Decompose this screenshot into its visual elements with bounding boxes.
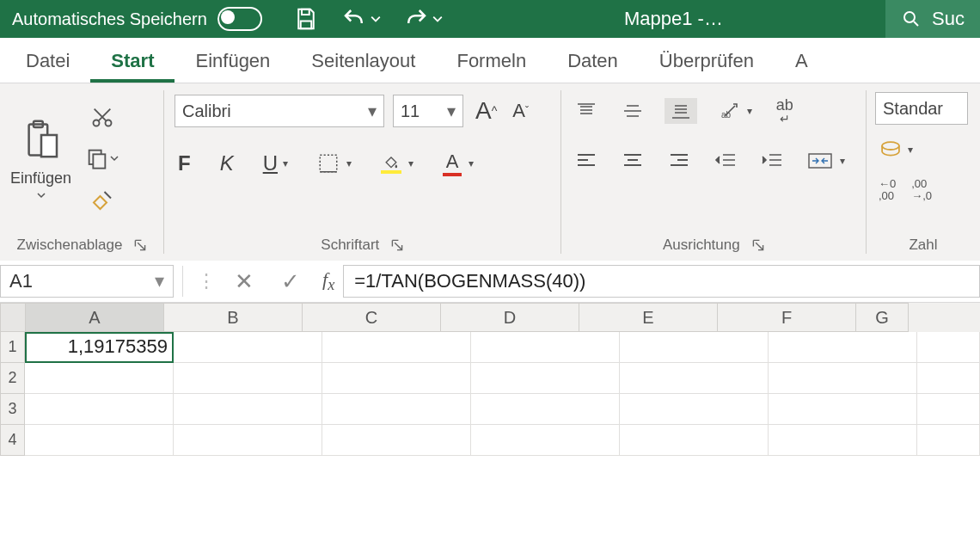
tab-formeln[interactable]: Formeln bbox=[436, 41, 547, 83]
tab-start[interactable]: Start bbox=[90, 41, 175, 83]
cell-A4[interactable] bbox=[25, 425, 174, 456]
spreadsheet-grid[interactable]: A B C D E F G 1 1,19175359 2 3 4 bbox=[0, 303, 980, 456]
cell-C4[interactable] bbox=[322, 425, 471, 456]
shrink-font-button[interactable]: Aˇ bbox=[509, 96, 532, 126]
orientation-icon: ab bbox=[718, 101, 742, 121]
cell-F2[interactable] bbox=[769, 363, 917, 394]
search-icon bbox=[901, 9, 922, 29]
autosave-toggle[interactable]: Automatisches Speichern bbox=[0, 7, 274, 31]
copy-button[interactable] bbox=[82, 143, 123, 174]
cell-B1[interactable] bbox=[174, 332, 322, 363]
font-color-button[interactable]: A ▾ bbox=[439, 147, 477, 180]
cell-A1[interactable]: 1,19175359 bbox=[25, 332, 174, 363]
select-all-corner[interactable] bbox=[0, 303, 26, 332]
cell-A3[interactable] bbox=[25, 394, 174, 425]
cell-D4[interactable] bbox=[471, 425, 620, 456]
cell-G2[interactable] bbox=[917, 363, 980, 394]
merge-center-button[interactable]: ▾ bbox=[804, 147, 848, 175]
redo-button[interactable] bbox=[400, 3, 446, 35]
cell-A2[interactable] bbox=[25, 363, 174, 394]
tab-einfuegen[interactable]: Einfügen bbox=[175, 41, 291, 83]
cell-G4[interactable] bbox=[917, 425, 980, 456]
tab-datei[interactable]: Datei bbox=[5, 41, 90, 83]
cell-B4[interactable] bbox=[174, 425, 322, 456]
accounting-format-button[interactable]: ▾ bbox=[875, 137, 916, 163]
col-header-D[interactable]: D bbox=[441, 303, 579, 332]
col-header-G[interactable]: G bbox=[856, 303, 909, 332]
save-icon[interactable] bbox=[290, 3, 322, 35]
toggle-switch-icon[interactable] bbox=[217, 7, 262, 31]
bold-button[interactable]: F bbox=[175, 148, 194, 179]
undo-button[interactable] bbox=[338, 3, 384, 35]
chevron-down-icon: ▾ bbox=[155, 270, 164, 292]
increase-indent-button[interactable] bbox=[757, 148, 787, 174]
align-right-button[interactable] bbox=[665, 149, 694, 173]
paste-button[interactable]: Einfügen bbox=[7, 114, 75, 205]
borders-icon bbox=[317, 152, 340, 175]
name-box[interactable]: A1 ▾ bbox=[0, 265, 174, 298]
col-header-F[interactable]: F bbox=[718, 303, 856, 332]
accept-formula-button[interactable]: ✓ bbox=[267, 268, 314, 295]
cell-F3[interactable] bbox=[769, 394, 917, 425]
cell-E2[interactable] bbox=[620, 363, 769, 394]
group-clipboard: Einfügen Zwischenablage bbox=[0, 83, 163, 261]
fill-color-button[interactable]: ▾ bbox=[377, 150, 417, 177]
align-left-button[interactable] bbox=[572, 149, 601, 173]
row-header-1[interactable]: 1 bbox=[0, 332, 25, 363]
row-header-3[interactable]: 3 bbox=[0, 394, 25, 425]
col-header-B[interactable]: B bbox=[164, 303, 303, 332]
underline-button[interactable]: U ▾ bbox=[260, 148, 291, 179]
tab-seitenlayout[interactable]: Seitenlayout bbox=[291, 41, 436, 83]
chevron-down-icon: ▾ bbox=[840, 155, 845, 167]
wrap-text-button[interactable]: ab↵ bbox=[773, 94, 797, 128]
align-bottom-button[interactable] bbox=[665, 98, 697, 124]
orientation-button[interactable]: ab ▾ bbox=[714, 97, 756, 125]
search-box[interactable]: Suc bbox=[885, 0, 980, 38]
row-header-4[interactable]: 4 bbox=[0, 425, 25, 456]
dialog-launcher-icon[interactable] bbox=[391, 239, 403, 251]
cell-D1[interactable] bbox=[471, 332, 620, 363]
row-header-2[interactable]: 2 bbox=[0, 363, 25, 394]
cell-C1[interactable] bbox=[322, 332, 471, 363]
font-family-combo[interactable]: Calibri ▾ bbox=[175, 95, 384, 127]
cell-F1[interactable] bbox=[769, 332, 917, 363]
tab-daten[interactable]: Daten bbox=[547, 41, 639, 83]
cell-G3[interactable] bbox=[917, 394, 980, 425]
cell-F4[interactable] bbox=[769, 425, 917, 456]
cell-D2[interactable] bbox=[471, 363, 620, 394]
cell-G1[interactable] bbox=[917, 332, 980, 363]
italic-button[interactable]: K bbox=[217, 148, 237, 179]
tab-more[interactable]: A bbox=[775, 41, 829, 83]
fx-icon[interactable]: fx bbox=[314, 268, 343, 294]
cancel-formula-button[interactable]: ✕ bbox=[221, 268, 267, 295]
scissors-icon bbox=[90, 105, 114, 129]
format-painter-button[interactable] bbox=[82, 184, 123, 217]
align-center-button[interactable] bbox=[618, 149, 647, 173]
grow-font-button[interactable]: A^ bbox=[472, 94, 500, 128]
borders-button[interactable]: ▾ bbox=[314, 149, 355, 178]
cell-C2[interactable] bbox=[322, 363, 471, 394]
cell-D3[interactable] bbox=[471, 394, 620, 425]
dialog-launcher-icon[interactable] bbox=[752, 239, 764, 251]
row-2: 2 bbox=[0, 363, 980, 394]
cell-B3[interactable] bbox=[174, 394, 322, 425]
cell-E4[interactable] bbox=[620, 425, 769, 456]
align-top-button[interactable] bbox=[572, 98, 601, 124]
cell-B2[interactable] bbox=[174, 363, 322, 394]
cell-E3[interactable] bbox=[620, 394, 769, 425]
formula-input[interactable] bbox=[343, 265, 980, 298]
cell-E1[interactable] bbox=[620, 332, 769, 363]
tab-ueberpruefen[interactable]: Überprüfen bbox=[639, 41, 775, 83]
col-header-A[interactable]: A bbox=[26, 303, 164, 332]
cut-button[interactable] bbox=[82, 101, 123, 132]
font-size-combo[interactable]: 11 ▾ bbox=[393, 95, 463, 127]
cell-C3[interactable] bbox=[322, 394, 471, 425]
decrease-indent-button[interactable] bbox=[711, 148, 740, 174]
decrease-decimal-button[interactable]: ,00 →,0 bbox=[908, 175, 935, 206]
number-format-combo[interactable]: Standar bbox=[875, 92, 968, 125]
col-header-C[interactable]: C bbox=[303, 303, 441, 332]
align-middle-button[interactable] bbox=[618, 98, 647, 124]
col-header-E[interactable]: E bbox=[579, 303, 718, 332]
increase-decimal-button[interactable]: ←0 ,00 bbox=[875, 175, 899, 206]
dialog-launcher-icon[interactable] bbox=[134, 239, 146, 251]
